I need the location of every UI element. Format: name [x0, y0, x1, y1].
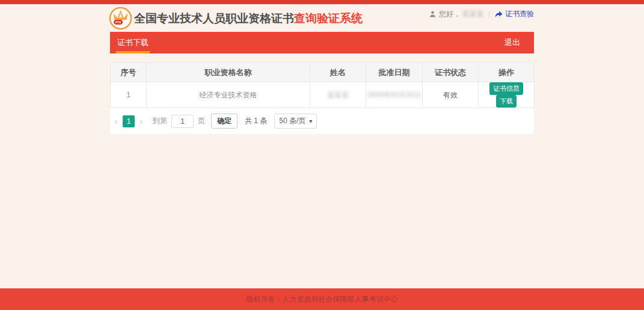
page-size-select[interactable]: 50 条/页 ▾ [274, 114, 317, 129]
page-title: 全国专业技术人员职业资格证书查询验证系统 [134, 11, 363, 26]
certificate-table: 序号 职业资格名称 姓名 批准日期 证书状态 操作 1 经济专业技术资格 某某某… [110, 62, 535, 108]
col-header-name: 姓名 [310, 63, 366, 82]
col-header-status: 证书状态 [423, 63, 479, 82]
top-accent-bar [0, 0, 644, 4]
table-header-row: 序号 职业资格名称 姓名 批准日期 证书状态 操作 [111, 63, 535, 82]
goto-page-input[interactable] [171, 115, 194, 128]
user-name-redacted: 某某某 [462, 9, 483, 19]
cell-approval-date: 0000年00月00日 [366, 82, 423, 108]
header: PTA 全国专业技术人员职业资格证书查询验证系统 您好， 某某某 | 证书查验 [110, 4, 534, 32]
logout-link[interactable]: 退出 [504, 32, 520, 53]
cell-index: 1 [111, 82, 147, 108]
pta-logo: PTA [109, 7, 132, 30]
user-icon [429, 10, 437, 18]
download-button[interactable]: 下载 [496, 95, 517, 108]
chevron-down-icon: ▾ [309, 118, 312, 124]
greeting-text: 您好， [439, 9, 461, 19]
next-page-icon[interactable]: › [137, 115, 146, 127]
goto-unit-label: 页 [198, 116, 205, 126]
page-title-main: 全国专业技术人员职业资格证书 [134, 12, 294, 25]
pagination: ‹ 1 › 到第 页 确定 共 1 条 50 条/页 ▾ [112, 114, 534, 129]
tab-certificate-download[interactable]: 证书下载 [116, 32, 150, 53]
certificate-panel: 序号 职业资格名称 姓名 批准日期 证书状态 操作 1 经济专业技术资格 某某某… [110, 62, 534, 134]
date-redacted: 0000年00月00日 [367, 91, 421, 99]
current-page-button[interactable]: 1 [123, 115, 135, 127]
cell-qualification: 经济专业技术资格 [147, 82, 310, 108]
goto-label: 到第 [153, 116, 167, 126]
certificate-info-button[interactable]: 证书信息 [489, 82, 523, 95]
certificate-verify-label: 证书查验 [505, 9, 534, 19]
main-nav: 证书下载 退出 [110, 32, 534, 53]
page-title-accent: 查询验证系统 [294, 12, 363, 25]
logo-text: PTA [115, 20, 121, 24]
col-header-actions: 操作 [479, 63, 535, 82]
user-bar: 您好， 某某某 | 证书查验 [429, 9, 534, 19]
total-count-label: 共 1 条 [245, 116, 267, 126]
col-header-approval-date: 批准日期 [366, 63, 423, 82]
col-header-qualification: 职业资格名称 [147, 63, 310, 82]
page-size-value: 50 条/页 [279, 116, 305, 126]
name-redacted: 某某某 [327, 91, 349, 99]
certificate-verify-link[interactable]: 证书查验 [495, 9, 534, 19]
cell-status: 有效 [423, 82, 479, 108]
footer-copyright: 版权所有：人力资源和社会保障部人事考试中心 [0, 288, 644, 310]
cell-actions: 证书信息 下载 [479, 82, 535, 108]
forward-arrow-icon [495, 11, 503, 18]
prev-page-icon[interactable]: ‹ [112, 115, 120, 127]
confirm-page-button[interactable]: 确定 [211, 114, 238, 129]
userbar-divider: | [488, 10, 490, 19]
table-row: 1 经济专业技术资格 某某某 0000年00月00日 有效 证书信息 下载 [111, 82, 535, 108]
cell-name: 某某某 [310, 82, 366, 108]
col-header-index: 序号 [111, 63, 147, 82]
